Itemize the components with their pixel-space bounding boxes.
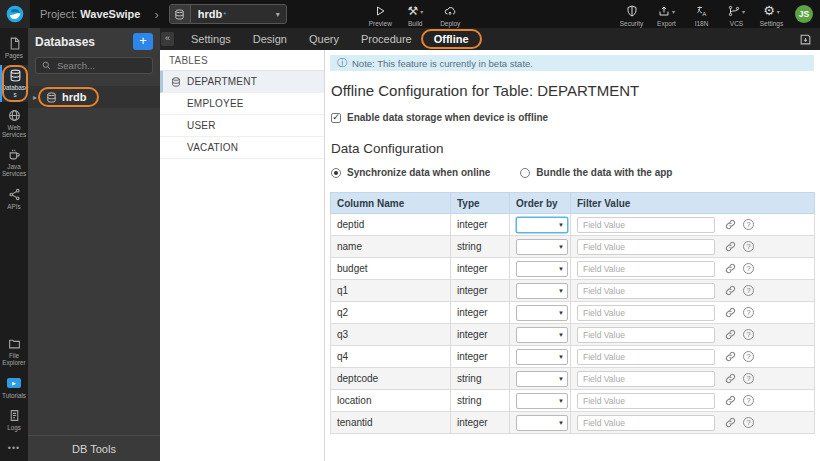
user-avatar[interactable]: JS [795,5,813,23]
filter-value-input[interactable] [577,349,715,365]
link-icon[interactable] [725,285,736,296]
filter-value-input[interactable] [577,327,715,343]
collapse-panel-button[interactable]: « [161,32,174,46]
column-name-cell: q1 [331,280,451,302]
pages-icon [8,37,21,50]
link-icon[interactable] [725,395,736,406]
order-by-select[interactable] [516,217,568,233]
chevron-down-icon: ▾ [777,8,780,15]
sidebar-item-databases[interactable]: Databases [0,65,28,101]
order-by-select[interactable] [516,415,568,431]
security-button[interactable]: Security [614,2,649,27]
beta-note: ⓘ Note: This feature is currently in bet… [330,55,814,71]
chevron-down-icon: ▾ [672,8,675,15]
more-button[interactable]: ••• [0,437,28,461]
table-item-vacation[interactable]: VACATION [160,137,324,159]
order-by-select[interactable] [516,371,568,387]
filter-value-input[interactable] [577,283,715,299]
radio-bundle-with-app[interactable]: Bundle the data with the app [520,167,672,178]
filter-value-input[interactable] [577,393,715,409]
order-by-select[interactable] [516,283,568,299]
link-icon[interactable] [725,351,736,362]
column-type-cell: integer [451,214,510,236]
sidebar-item-tutorials[interactable]: ▶ Tutorials [0,373,28,402]
help-icon[interactable]: ? [743,329,754,340]
order-by-select[interactable] [516,393,568,409]
help-icon[interactable]: ? [743,351,754,362]
help-icon[interactable]: ? [743,373,754,384]
add-database-button[interactable]: + [133,33,153,50]
table-item-user[interactable]: USER [160,115,324,137]
help-icon[interactable]: ? [743,241,754,252]
breadcrumb-chevron-icon: › [154,7,158,22]
build-button[interactable]: ⚒▾ Build [398,2,433,27]
search-input[interactable] [55,59,146,72]
order-by-select[interactable] [516,261,568,277]
tab-query[interactable]: Query [298,28,350,50]
column-type-cell: string [451,390,510,412]
radio-icon [331,168,341,178]
build-icon: ⚒▾ [407,5,423,18]
table-item-employee[interactable]: EMPLOYEE [160,93,324,115]
table-item-department[interactable]: DEPARTMENT [160,71,324,93]
order-by-select[interactable] [516,305,568,321]
column-name-cell: budget [331,258,451,280]
filter-value-input[interactable] [577,261,715,277]
table-row: name string ▼ ? [331,236,815,258]
radio-synchronize-online[interactable]: Synchronize data when online [331,167,490,178]
filter-value-input[interactable] [577,371,715,387]
export-button[interactable]: ▾ Export [649,2,684,27]
export-icon: ▾ [658,5,675,18]
i18n-button[interactable]: A I18N [684,2,719,27]
database-item-hrdb[interactable]: ▸ hrdb [28,86,160,108]
filter-value-input[interactable] [577,239,715,255]
help-icon[interactable]: ? [743,417,754,428]
db-tools-button[interactable]: DB Tools [28,435,160,461]
filter-value-input[interactable] [577,415,715,431]
databases-panel: Databases + ▸ hrdb DB Tools [28,28,160,461]
preview-button[interactable]: Preview [363,2,398,27]
deploy-button[interactable]: Deploy [433,2,468,27]
wavemaker-logo-icon [5,4,25,24]
table-icon [171,77,187,87]
sidebar-item-apis[interactable]: APIs [0,184,28,213]
help-icon[interactable]: ? [743,263,754,274]
vcs-button[interactable]: ▾ VCS [719,2,754,27]
database-selector-dropdown[interactable]: hrdb * ▾ [169,4,287,24]
help-icon[interactable]: ? [743,395,754,406]
tab-settings[interactable]: Settings [180,28,242,50]
link-icon[interactable] [725,241,736,252]
order-by-select[interactable] [516,239,568,255]
link-icon[interactable] [725,373,736,384]
help-icon[interactable]: ? [743,219,754,230]
link-icon[interactable] [725,417,736,428]
app-logo[interactable] [0,0,30,28]
filter-value-input[interactable] [577,305,715,321]
tab-offline[interactable]: Offline [423,28,480,50]
sidebar-item-pages[interactable]: Pages [0,33,28,62]
help-icon[interactable]: ? [743,285,754,296]
settings-button[interactable]: ⚙▾ Settings [754,2,789,27]
column-name-cell: q4 [331,346,451,368]
link-icon[interactable] [725,263,736,274]
tab-procedure[interactable]: Procedure [350,28,423,50]
link-icon[interactable] [725,329,736,340]
enable-offline-checkbox[interactable]: ✓ [331,113,341,123]
save-export-button[interactable] [799,33,812,46]
sidebar-item-java-services[interactable]: Java Services [0,144,28,180]
column-type-cell: integer [451,258,510,280]
table-row: q3 integer ▼ ? [331,324,815,346]
tab-design[interactable]: Design [242,28,298,50]
column-type-cell: integer [451,412,510,434]
sidebar-item-file-explorer[interactable]: File Explorer [0,333,28,369]
link-icon[interactable] [725,307,736,318]
database-icon [9,69,22,82]
order-by-select[interactable] [516,327,568,343]
filter-value-input[interactable] [577,217,715,233]
sidebar-item-web-services[interactable]: Web Services [0,105,28,141]
help-icon[interactable]: ? [743,307,754,318]
link-icon[interactable] [725,219,736,230]
sidebar-item-logs[interactable]: Logs [0,405,28,434]
order-by-select[interactable] [516,349,568,365]
expand-caret-icon[interactable]: ▸ [33,93,37,102]
